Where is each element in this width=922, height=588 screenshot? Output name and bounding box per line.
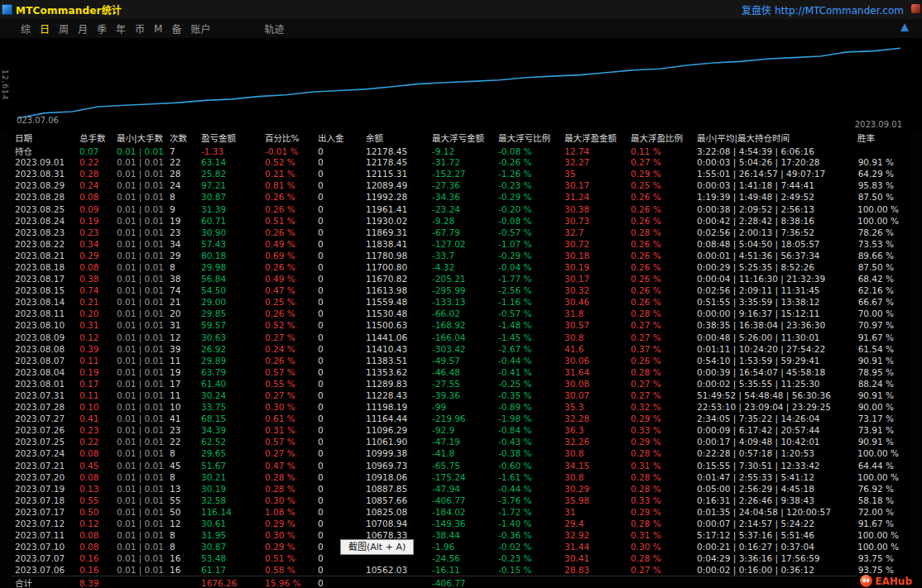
cell-date: 2023.08.24 xyxy=(15,216,79,226)
column-header-deposit-withdrawal[interactable]: 出入金 xyxy=(318,131,366,144)
table-row-2023-07-31[interactable]: 2023.07.310.110.01 | 0.011130.240.27 %01… xyxy=(12,390,910,401)
cell-date: 2023.08.15 xyxy=(15,285,79,295)
table-row-2023-08-17[interactable]: 2023.08.170.380.01 | 0.013856.840.49 %01… xyxy=(12,273,910,284)
cell-percent: 0.26 % xyxy=(265,262,318,272)
column-header-max-float-profit-pct[interactable]: 最大浮盈比例 xyxy=(631,131,697,144)
cell-max-float-profit: 30.57 xyxy=(564,320,631,330)
cell-max-float-loss-pct: -0.02 % xyxy=(498,542,564,552)
menu-item-bi[interactable]: 币 xyxy=(135,22,145,36)
table-row-2023-08-24[interactable]: 2023.08.240.190.01 | 0.011960.710.51 %01… xyxy=(12,215,910,227)
cell-deposit-withdrawal: 0 xyxy=(318,356,366,366)
table-row-2023-08-22[interactable]: 2023.08.220.340.01 | 0.013457.430.49 %01… xyxy=(12,238,910,250)
table-row-2023-08-04[interactable]: 2023.08.040.190.01 | 0.011963.790.57 %01… xyxy=(12,366,910,378)
table-row-2023-07-12[interactable]: 2023.07.120.120.01 | 0.011230.610.29 %01… xyxy=(12,518,910,529)
table-row-2023-08-28[interactable]: 2023.08.280.080.01 | 0.01830.870.26 %011… xyxy=(12,191,910,203)
cell-percent: 0.55 % xyxy=(265,379,318,389)
cell-count: 12 xyxy=(170,519,201,528)
cell-profit: 56.84 xyxy=(201,274,265,284)
cell-win-rate: 66.67 % xyxy=(857,297,909,307)
menu-item-ri[interactable]: 日 xyxy=(40,22,50,36)
column-header-max-float-loss-pct[interactable]: 最大浮亏比例 xyxy=(498,131,564,144)
column-header-profit[interactable]: 盈亏金额 xyxy=(201,131,265,144)
titlebar-corner-icon[interactable] xyxy=(911,4,920,13)
eahub-logo[interactable]: EAHub xyxy=(857,575,912,587)
equity-chart[interactable]: 12,614 023.07.06 2023.09.01 xyxy=(0,38,922,131)
table-row-position[interactable]: 持仓0.070.01 | 0.017-1.33-0.01 %012178.45-… xyxy=(12,145,910,156)
table-row-2023-07-11[interactable]: 2023.07.110.080.01 | 0.01831.950.30 %010… xyxy=(12,529,910,541)
column-header-max-float-loss[interactable]: 最大浮亏金额 xyxy=(432,131,498,144)
table-row-2023-07-21[interactable]: 2023.07.210.450.01 | 0.014551.670.47 %01… xyxy=(12,460,910,471)
table-row-2023-08-25[interactable]: 2023.08.250.090.01 | 0.01931.390.26 %011… xyxy=(12,203,910,214)
cell-total-lots: 0.23 xyxy=(79,425,117,435)
column-header-count[interactable]: 次数 xyxy=(170,131,201,144)
column-header-date[interactable]: 日期 xyxy=(15,131,79,144)
cell-holding-time: 0:00:02 | 0:16:00 | 0:36:12 xyxy=(697,565,857,575)
cell-max-float-loss: -9.12 xyxy=(432,146,498,156)
table-row-2023-08-15[interactable]: 2023.08.150.740.01 | 0.017454.500.47 %01… xyxy=(12,284,910,296)
table-row-2023-08-18[interactable]: 2023.08.180.080.01 | 0.01829.980.26 %011… xyxy=(12,261,910,273)
cell-balance: 11198.19 xyxy=(366,402,432,412)
table-row-2023-08-01[interactable]: 2023.08.010.170.01 | 0.011761.400.55 %01… xyxy=(12,378,910,390)
table-row-2023-07-10[interactable]: 2023.07.100.080.01 | 0.01830.870.29 %0-1… xyxy=(12,541,910,552)
table-row-2023-08-10[interactable]: 2023.08.100.310.01 | 0.013159.570.52 %01… xyxy=(12,319,910,331)
website-link[interactable]: 复盘侠 http://MTCommander.com xyxy=(742,2,922,17)
cell-percent: 0.26 % xyxy=(265,192,318,202)
menu-item-nian[interactable]: 年 xyxy=(116,22,126,36)
cell-total-lots: 0.10 xyxy=(79,402,117,412)
table-row-2023-08-09[interactable]: 2023.08.090.120.01 | 0.011230.630.27 %01… xyxy=(12,332,910,343)
blue-arrow-icon xyxy=(900,23,909,31)
table-row-2023-08-14[interactable]: 2023.08.140.210.01 | 0.012129.000.25 %01… xyxy=(12,296,910,308)
table-row-2023-08-21[interactable]: 2023.08.210.290.01 | 0.012980.180.69 %01… xyxy=(12,250,910,261)
menu-item-zhou[interactable]: 周 xyxy=(59,22,69,36)
menu-item-zhanghu[interactable]: 账户 xyxy=(190,22,210,36)
table-row-2023-07-24[interactable]: 2023.07.240.080.01 | 0.01829.650.27 %010… xyxy=(12,447,910,459)
table-row-2023-07-19[interactable]: 2023.07.190.130.01 | 0.011330.190.28 %01… xyxy=(12,483,910,495)
table-row-2023-08-29[interactable]: 2023.08.290.240.01 | 0.012497.210.81 %01… xyxy=(12,179,910,191)
cell-max-float-loss-pct: -0.23 % xyxy=(498,180,564,190)
cell-max-float-profit-pct: 0.26 % xyxy=(631,262,697,272)
cell-percent: 0.30 % xyxy=(265,402,318,412)
cell-max-float-profit-pct: 0.32 % xyxy=(631,402,697,412)
cell-max-float-profit: 34.15 xyxy=(564,461,631,471)
table-row-2023-07-18[interactable]: 2023.07.180.550.01 | 0.015532.580.30 %01… xyxy=(12,495,910,506)
table-row-2023-08-31[interactable]: 2023.08.310.280.01 | 0.012825.820.21 %01… xyxy=(12,168,910,179)
table-row-2023-07-17[interactable]: 2023.07.170.500.01 | 0.0150116.141.08 %0… xyxy=(12,506,910,518)
table-row-2023-08-23[interactable]: 2023.08.230.230.01 | 0.012330.900.26 %01… xyxy=(12,227,910,238)
table-row-2023-07-28[interactable]: 2023.07.280.100.01 | 0.011033.750.30 %01… xyxy=(12,401,910,413)
table-row-2023-08-07[interactable]: 2023.08.070.110.01 | 0.011129.890.26 %01… xyxy=(12,355,910,366)
table-row-2023-07-06[interactable]: 2023.07.060.160.01 | 0.011661.170.58 %01… xyxy=(12,564,910,576)
cell-min-max-lots: 0.01 | 0.01 xyxy=(117,180,170,190)
cell-balance: 11383.51 xyxy=(366,356,432,366)
table-row-2023-07-27[interactable]: 2023.07.270.410.01 | 0.014168.150.61 %01… xyxy=(12,413,910,424)
column-header-total-lots[interactable]: 总手数 xyxy=(79,131,117,144)
column-header-min-max-lots[interactable]: 最小|大手数 xyxy=(117,131,170,144)
cell-profit: 30.87 xyxy=(201,192,265,202)
menu-item-bei[interactable]: 备 xyxy=(171,22,181,36)
table-row-2023-07-25[interactable]: 2023.07.250.220.01 | 0.012262.520.57 %01… xyxy=(12,436,910,447)
column-header-balance[interactable]: 余额 xyxy=(366,131,432,144)
menu-item-yue[interactable]: 月 xyxy=(78,22,88,36)
column-header-max-float-profit[interactable]: 最大浮盈金额 xyxy=(564,131,631,144)
table-row-2023-07-07[interactable]: 2023.07.070.160.01 | 0.011653.480.51 %0-… xyxy=(12,552,910,564)
column-header-win-rate[interactable]: 胜率 xyxy=(857,131,909,144)
cell-date: 2023.07.20 xyxy=(15,472,79,482)
menu-item-guiji[interactable]: 轨迹 xyxy=(265,22,285,36)
table-row-2023-09-01[interactable]: 2023.09.010.220.01 | 0.012263.140.52 %01… xyxy=(12,156,910,168)
menu-item-m[interactable]: M xyxy=(154,23,162,35)
cell-win-rate: 76.92 % xyxy=(857,484,909,494)
column-header-percent[interactable]: 百分比% xyxy=(265,131,318,144)
table-row-2023-08-11[interactable]: 2023.08.110.200.01 | 0.012029.850.26 %01… xyxy=(12,308,910,319)
table-row-total[interactable]: 合计8.391676.2615.96 %0-406.77 xyxy=(12,576,910,588)
cell-holding-time: 0:00:09 | 6:17:42 | 20:57:44 xyxy=(697,425,857,435)
column-header-holding-time[interactable]: 最小|平均|最大持仓时间 xyxy=(697,131,857,144)
cell-max-float-loss: -27.36 xyxy=(432,180,498,190)
table-row-2023-08-08[interactable]: 2023.08.080.390.01 | 0.013926.920.24 %01… xyxy=(12,343,910,355)
cell-max-float-loss: -4.32 xyxy=(432,262,498,272)
cell-max-float-loss-pct: -1.98 % xyxy=(498,414,564,423)
menu-item-zong[interactable]: 综 xyxy=(21,22,31,36)
menu-item-ji[interactable]: 季 xyxy=(97,22,107,36)
cell-balance: 11780.98 xyxy=(366,251,432,261)
table-row-2023-07-26[interactable]: 2023.07.260.230.01 | 0.012334.390.31 %01… xyxy=(12,424,910,436)
cell-holding-time: 0:00:21 | 0:16:27 | 0:37:04 xyxy=(697,542,857,552)
table-row-2023-07-20[interactable]: 2023.07.200.080.01 | 0.01830.210.28 %010… xyxy=(12,471,910,483)
